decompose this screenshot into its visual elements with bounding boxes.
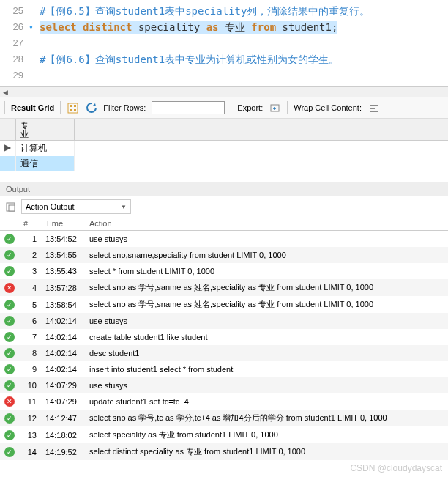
line-number: 26 bbox=[0, 19, 29, 35]
row-action: insert into student1 select * from stude… bbox=[85, 361, 448, 377]
result-toolbar: Result Grid Filter Rows: Export: Wrap Ce… bbox=[0, 97, 448, 119]
status-ok-icon: ✓ bbox=[4, 447, 15, 457]
row-action: select sno as 学号,tc as 学分,tc+4 as 增加4分后的… bbox=[85, 410, 448, 426]
row-action: desc student1 bbox=[85, 345, 448, 361]
output-row[interactable]: ✓614:02:14use stusys bbox=[0, 313, 448, 329]
col-num[interactable]: # bbox=[19, 217, 41, 231]
row-number: 12 bbox=[19, 410, 41, 426]
sql-editor[interactable]: 25#【例6.5】查询student1表中speciality列，消除结果中的重… bbox=[0, 0, 448, 86]
row-time: 14:02:14 bbox=[41, 345, 85, 361]
row-number: 4 bbox=[19, 279, 41, 296]
line-number: 28 bbox=[0, 51, 29, 67]
row-time: 14:07:29 bbox=[41, 377, 85, 393]
status-ok-icon: ✓ bbox=[4, 332, 15, 342]
chevron-down-icon: ▼ bbox=[121, 204, 127, 210]
row-number: 1 bbox=[19, 231, 41, 248]
row-action: select sno as 学号,sanme as 姓名,speciality … bbox=[85, 279, 448, 296]
row-number: 11 bbox=[19, 393, 41, 410]
row-number: 7 bbox=[19, 329, 41, 345]
code-content[interactable]: #【例6.5】查询student1表中speciality列，消除结果中的重复行… bbox=[40, 3, 370, 19]
output-row[interactable]: ✓313:55:43select * from student LIMIT 0,… bbox=[0, 263, 448, 279]
watermark: CSDN @cloudydayscat bbox=[0, 460, 448, 476]
status-error-icon: ✕ bbox=[4, 283, 15, 293]
row-selector-header bbox=[0, 119, 16, 140]
output-row[interactable]: ✓213:54:55select sno,sname,speciality fr… bbox=[0, 247, 448, 263]
output-panel: Output Action Output ▼ # Time Action ✓11… bbox=[0, 182, 448, 460]
status-ok-icon: ✓ bbox=[4, 413, 15, 424]
row-action: use stusys bbox=[85, 377, 448, 393]
row-action: select speciality as 专业 from student1 LI… bbox=[85, 426, 448, 443]
cell-value[interactable]: 通信 bbox=[16, 156, 75, 171]
code-content[interactable]: select distinct speciality as 专业 from st… bbox=[40, 19, 337, 35]
row-time: 14:02:14 bbox=[41, 329, 85, 345]
code-line[interactable]: 29 bbox=[0, 67, 448, 84]
row-time: 14:02:14 bbox=[41, 361, 85, 377]
output-row[interactable]: ✕413:57:28select sno as 学号,sanme as 姓名,s… bbox=[0, 279, 448, 296]
wrap-label: Wrap Cell Content: bbox=[294, 103, 362, 112]
row-pointer: ▶ bbox=[0, 141, 16, 156]
wrap-cell-icon[interactable] bbox=[367, 102, 380, 114]
row-action: select sno as 学号,sname as 姓名,speciality … bbox=[85, 296, 448, 313]
dropdown-value: Action Output bbox=[26, 202, 75, 211]
output-row[interactable]: ✓1414:19:52select distinct speciality as… bbox=[0, 443, 448, 460]
row-number: 9 bbox=[19, 361, 41, 377]
output-row[interactable]: ✓1214:12:47select sno as 学号,tc as 学分,tc+… bbox=[0, 410, 448, 426]
line-number: 27 bbox=[0, 35, 29, 51]
cell-value[interactable]: 计算机 bbox=[16, 141, 75, 156]
refresh-icon[interactable] bbox=[85, 102, 97, 114]
row-time: 13:57:28 bbox=[41, 279, 85, 296]
status-ok-icon: ✓ bbox=[4, 266, 15, 276]
row-action: update student1 set tc=tc+4 bbox=[85, 393, 448, 410]
row-time: 13:54:55 bbox=[41, 247, 85, 263]
output-row[interactable]: ✕1114:07:29update student1 set tc=tc+4 bbox=[0, 393, 448, 410]
table-row[interactable]: ▶计算机 bbox=[0, 141, 448, 156]
status-ok-icon: ✓ bbox=[4, 380, 15, 391]
output-row[interactable]: ✓113:54:52use stusys bbox=[0, 231, 448, 248]
output-row[interactable]: ✓513:58:54select sno as 学号,sname as 姓名,s… bbox=[0, 296, 448, 313]
row-time: 14:19:52 bbox=[41, 443, 85, 460]
row-action: use stusys bbox=[85, 313, 448, 329]
row-action: use stusys bbox=[85, 231, 448, 248]
grid-view-icon[interactable] bbox=[67, 102, 79, 114]
row-time: 14:18:02 bbox=[41, 426, 85, 443]
output-row[interactable]: ✓1314:18:02select speciality as 专业 from … bbox=[0, 426, 448, 443]
row-time: 13:58:54 bbox=[41, 296, 85, 313]
output-row[interactable]: ✓714:02:14create table student1 like stu… bbox=[0, 329, 448, 345]
filter-input[interactable] bbox=[152, 101, 225, 114]
col-time[interactable]: Time bbox=[41, 217, 85, 231]
code-line[interactable]: 26●select distinct speciality as 专业 from… bbox=[0, 19, 448, 35]
code-line[interactable]: 28#【例6.6】查询student1表中专业为计算机或性别为女的学生。 bbox=[0, 51, 448, 67]
output-table: # Time Action ✓113:54:52use stusys✓213:5… bbox=[0, 217, 448, 460]
code-line[interactable]: 25#【例6.5】查询student1表中speciality列，消除结果中的重… bbox=[0, 3, 448, 19]
row-number: 8 bbox=[19, 345, 41, 361]
code-content[interactable]: #【例6.6】查询student1表中专业为计算机或性别为女的学生。 bbox=[40, 51, 339, 67]
export-icon[interactable] bbox=[269, 102, 281, 114]
status-ok-icon: ✓ bbox=[4, 430, 15, 440]
breakpoint-marker[interactable]: ● bbox=[29, 19, 40, 35]
svg-rect-3 bbox=[70, 109, 72, 111]
col-status bbox=[0, 217, 19, 231]
output-row[interactable]: ✓914:02:14insert into student1 select * … bbox=[0, 361, 448, 377]
export-label: Export: bbox=[237, 103, 263, 112]
row-action: select * from student LIMIT 0, 1000 bbox=[85, 263, 448, 279]
row-time: 14:02:14 bbox=[41, 313, 85, 329]
result-grid-label: Result Grid bbox=[11, 103, 54, 112]
output-row[interactable]: ✓1014:07:29use stusys bbox=[0, 377, 448, 393]
line-number: 25 bbox=[0, 3, 29, 19]
output-mode-icon[interactable] bbox=[4, 201, 17, 213]
filter-label: Filter Rows: bbox=[103, 103, 146, 112]
row-action: create table student1 like student bbox=[85, 329, 448, 345]
output-type-dropdown[interactable]: Action Output ▼ bbox=[21, 199, 131, 214]
line-number: 29 bbox=[0, 67, 29, 84]
table-row[interactable]: 通信 bbox=[0, 156, 448, 171]
horizontal-scrollbar[interactable]: ◀ bbox=[0, 86, 448, 97]
row-number: 6 bbox=[19, 313, 41, 329]
col-action[interactable]: Action bbox=[85, 217, 448, 231]
status-ok-icon: ✓ bbox=[4, 250, 15, 260]
code-line[interactable]: 27 bbox=[0, 35, 448, 51]
svg-rect-0 bbox=[68, 103, 78, 113]
column-header[interactable]: 专 业 bbox=[16, 119, 75, 140]
output-row[interactable]: ✓814:02:14desc student1 bbox=[0, 345, 448, 361]
status-ok-icon: ✓ bbox=[4, 316, 15, 326]
scroll-left-arrow[interactable]: ◀ bbox=[0, 87, 10, 97]
